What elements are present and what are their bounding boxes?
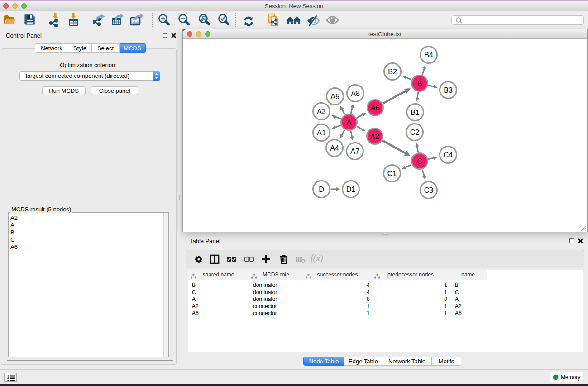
svg-text:C4: C4: [444, 151, 453, 159]
svg-text:C1: C1: [387, 170, 397, 177]
svg-text:A4: A4: [330, 144, 339, 152]
svg-text:C: C: [417, 157, 422, 165]
svg-text:A: A: [347, 119, 352, 126]
svg-text:B: B: [417, 80, 422, 87]
svg-text:C2: C2: [410, 129, 420, 136]
svg-text:A3: A3: [317, 108, 326, 115]
svg-text:D: D: [319, 186, 324, 193]
svg-text:B4: B4: [424, 51, 433, 59]
svg-text:A2: A2: [370, 133, 379, 140]
svg-text:B3: B3: [444, 86, 453, 94]
svg-text:A6: A6: [371, 104, 380, 112]
svg-text:B2: B2: [388, 68, 397, 76]
svg-text:C3: C3: [424, 186, 434, 194]
svg-text:A5: A5: [330, 93, 339, 100]
svg-text:A8: A8: [351, 90, 360, 97]
svg-text:A7: A7: [350, 148, 359, 155]
svg-text:B1: B1: [411, 109, 420, 116]
svg-text:A1: A1: [317, 129, 326, 137]
svg-text:D1: D1: [346, 186, 356, 193]
